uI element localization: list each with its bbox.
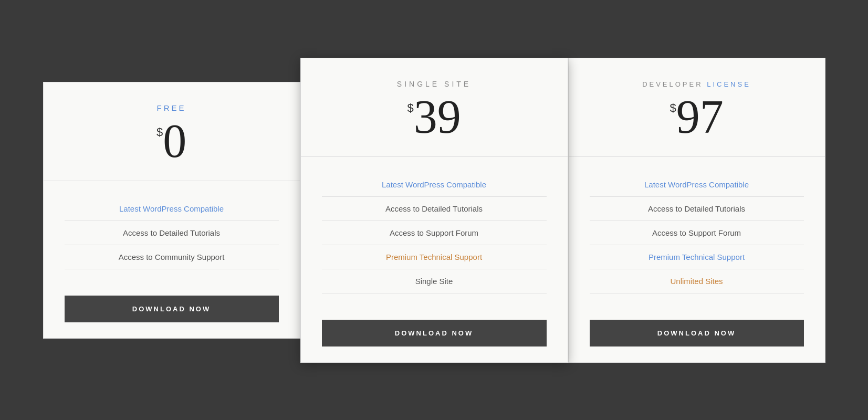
price-container-free: $ 0 [59,118,284,165]
features-single-site: Latest WordPress Compatible Access to De… [301,157,568,309]
plan-name-single-site: SINGLE SITE [317,79,552,88]
plan-card-single-site: SINGLE SITE $ 39 Latest WordPress Compat… [300,58,568,363]
plan-name-text: SINGLE SITE [397,80,471,88]
feature-item: Latest WordPress Compatible [322,173,547,197]
plan-name-free: FREE [59,103,284,112]
plan-name-developer: DEVELOPER LICENSE [584,79,809,88]
price-container-developer: $ 97 [584,93,809,141]
currency-developer: $ [670,101,676,115]
card-header-single-site: SINGLE SITE $ 39 [301,58,568,157]
amount-developer: 97 [676,93,724,141]
plan-card-free: FREE $ 0 Latest WordPress Compatible Acc… [43,82,300,339]
feature-item: Access to Detailed Tutorials [590,197,804,221]
card-header-developer: DEVELOPER LICENSE $ 97 [569,58,825,157]
download-button-developer[interactable]: DOWNLOAD NOW [590,320,804,346]
feature-item: Premium Technical Support [322,245,547,269]
plan-name-text: FREE [156,103,186,112]
currency-free: $ [156,125,163,139]
features-developer: Latest WordPress Compatible Access to De… [569,157,825,309]
feature-item: Access to Support Forum [590,221,804,245]
feature-item: Single Site [322,269,547,293]
features-free: Latest WordPress Compatible Access to De… [44,181,300,285]
feature-item: Access to Community Support [65,245,279,269]
feature-item: Access to Detailed Tutorials [322,197,547,221]
feature-item: Latest WordPress Compatible [65,197,279,221]
plan-name-text-part2: LICENSE [707,80,751,88]
feature-item: Unlimited Sites [590,269,804,293]
amount-single-site: 39 [414,93,461,141]
plan-name-text-part1: DEVELOPER [642,80,707,88]
download-button-free[interactable]: DOWNLOAD NOW [65,296,279,322]
download-button-single-site[interactable]: DOWNLOAD NOW [322,320,547,346]
currency-single-site: $ [407,101,413,115]
feature-item: Premium Technical Support [590,245,804,269]
pricing-wrapper: FREE $ 0 Latest WordPress Compatible Acc… [0,37,868,384]
feature-item: Latest WordPress Compatible [590,173,804,197]
amount-free: 0 [163,118,186,165]
card-header-free: FREE $ 0 [44,82,300,181]
feature-item: Access to Support Forum [322,221,547,245]
price-container-single-site: $ 39 [317,93,552,141]
feature-item: Access to Detailed Tutorials [65,221,279,245]
plan-card-developer: DEVELOPER LICENSE $ 97 Latest WordPress … [568,58,825,363]
